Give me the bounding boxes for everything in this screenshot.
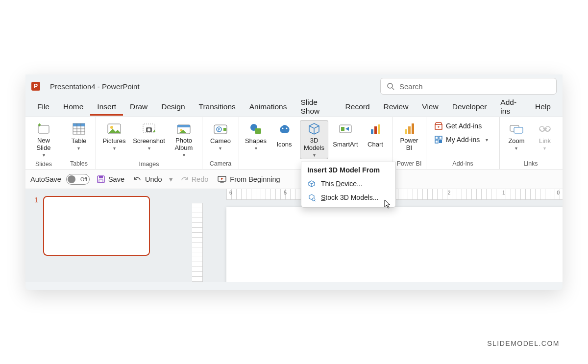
group-label-slides: Slides	[29, 159, 58, 170]
zoom-icon	[508, 121, 525, 136]
cameo-button[interactable]: P Cameo▾	[206, 120, 235, 153]
slide-thumbnails: 1	[25, 189, 163, 282]
tab-view[interactable]: View	[415, 99, 445, 116]
group-tables: Table▾ Tables	[62, 117, 96, 169]
shapes-button[interactable]: Shapes▾	[243, 120, 269, 153]
svg-rect-46	[99, 180, 103, 182]
tab-addins-tab[interactable]: Add-ins	[493, 95, 528, 120]
icons-icon	[276, 121, 293, 136]
pictures-icon	[106, 121, 122, 136]
undo-icon	[133, 175, 142, 183]
autosave-toggle[interactable]: Off	[66, 174, 90, 185]
dropdown-this-device[interactable]: This Device...	[301, 177, 395, 191]
svg-rect-4	[73, 123, 85, 126]
svg-rect-45	[99, 176, 103, 178]
link-icon	[537, 121, 553, 136]
tab-transitions[interactable]: Transitions	[192, 99, 243, 116]
tab-record[interactable]: Record	[339, 99, 377, 116]
table-icon	[71, 121, 87, 136]
group-addins: Get Add-ins My Add-ins ▾ Add-ins	[426, 117, 500, 169]
svg-point-24	[286, 128, 288, 129]
tab-file[interactable]: File	[30, 99, 56, 116]
svg-rect-2	[38, 125, 49, 133]
tab-insert[interactable]: Insert	[90, 99, 123, 116]
photo-album-button[interactable]: Photo Album▾	[170, 120, 198, 159]
svg-point-10	[110, 126, 113, 129]
powerpoint-icon: P	[31, 82, 40, 91]
chevron-down-icon[interactable]: ▾	[169, 175, 173, 183]
chevron-down-icon: ▾	[148, 146, 150, 151]
group-label-camera: Camera	[206, 159, 235, 169]
app-window: P Presentation4 - PowerPoint Search File…	[25, 74, 563, 290]
search-placeholder: Search	[399, 82, 423, 91]
link-button[interactable]: Link▾	[532, 120, 558, 153]
svg-rect-31	[408, 126, 411, 134]
shapes-icon	[247, 121, 264, 136]
powerbi-button[interactable]: Power BI	[396, 120, 422, 153]
ribbon: New Slide▾ Slides Table▾ Tables	[25, 117, 563, 170]
powerbi-icon	[401, 121, 417, 136]
tab-animations[interactable]: Animations	[243, 99, 294, 116]
chevron-down-icon: ▾	[77, 146, 80, 151]
svg-text:P: P	[218, 127, 220, 132]
cube-search-icon	[307, 193, 316, 202]
chevron-down-icon: ▾	[219, 146, 221, 151]
smartart-button[interactable]: SmartArt	[331, 120, 360, 153]
icons-button[interactable]: Icons	[271, 120, 297, 153]
pictures-button[interactable]: Pictures▾	[100, 120, 128, 153]
svg-rect-29	[378, 124, 380, 134]
3d-models-button[interactable]: 3D Models▾	[300, 120, 328, 159]
svg-line-1	[392, 88, 394, 90]
svg-rect-32	[412, 123, 414, 134]
chevron-down-icon: ▾	[113, 146, 116, 151]
ribbon-tabs: File Home Insert Draw Design Transitions…	[25, 98, 563, 117]
chevron-down-icon: ▾	[43, 152, 45, 158]
cube-icon	[306, 121, 322, 136]
group-label-addins: Add-ins	[430, 159, 495, 169]
svg-rect-37	[439, 136, 442, 139]
dropdown-title: Insert 3D Model From	[301, 162, 395, 177]
svg-rect-27	[371, 129, 373, 134]
cube-icon	[307, 179, 316, 188]
slide-thumbnail-1[interactable]	[43, 196, 150, 256]
cameo-icon: P	[212, 121, 229, 136]
tab-draw[interactable]: Draw	[123, 99, 154, 116]
table-button[interactable]: Table▾	[66, 120, 92, 153]
redo-button[interactable]: Redo	[178, 173, 211, 185]
screenshot-button[interactable]: Screenshot▾	[131, 120, 167, 153]
quick-access-toolbar: AutoSave Off Save Undo ▾ Redo From Begin…	[25, 170, 563, 189]
tab-help[interactable]: Help	[528, 99, 558, 116]
tab-slideshow[interactable]: Slide Show	[294, 95, 338, 120]
vertical-ruler	[192, 203, 203, 282]
tab-developer[interactable]: Developer	[445, 99, 494, 116]
search-box[interactable]: Search	[380, 78, 557, 95]
tab-home[interactable]: Home	[56, 99, 90, 116]
group-label-images: Images	[100, 159, 198, 170]
chevron-down-icon: ▾	[543, 146, 546, 151]
svg-rect-20	[223, 128, 226, 131]
save-button[interactable]: Save	[95, 173, 126, 186]
group-label-links: Links	[504, 159, 558, 169]
from-beginning-button[interactable]: From Beginning	[215, 173, 282, 185]
tab-review[interactable]: Review	[377, 99, 416, 116]
tab-design[interactable]: Design	[154, 99, 192, 116]
autosave-label: AutoSave	[30, 175, 61, 183]
get-addins-button[interactable]: Get Add-ins	[430, 120, 492, 132]
svg-rect-41	[514, 127, 523, 133]
document-title: Presentation4 - PowerPoint	[50, 82, 140, 91]
svg-rect-38	[435, 140, 438, 143]
slide-number: 1	[34, 196, 38, 256]
dropdown-stock-models[interactable]: Stock 3D Models...	[301, 191, 395, 204]
svg-rect-26	[341, 127, 344, 131]
addins-icon	[434, 135, 443, 144]
store-icon	[434, 121, 443, 130]
smartart-icon	[337, 121, 354, 136]
presentation-icon	[217, 175, 227, 183]
slide-canvas[interactable]	[226, 207, 563, 282]
undo-button[interactable]: Undo	[131, 173, 164, 185]
svg-point-23	[282, 128, 284, 129]
zoom-button[interactable]: Zoom▾	[504, 120, 529, 153]
chart-button[interactable]: Chart	[363, 120, 388, 153]
new-slide-button[interactable]: New Slide▾	[29, 120, 58, 159]
my-addins-button[interactable]: My Add-ins ▾	[430, 134, 492, 146]
